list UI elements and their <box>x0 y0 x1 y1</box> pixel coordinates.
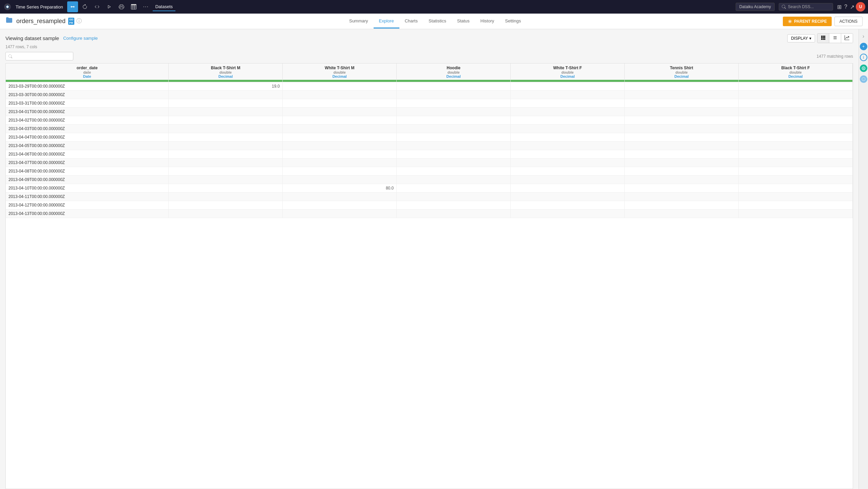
display-bar: DISPLAY ▾ <box>787 33 853 43</box>
tab-settings[interactable]: Settings <box>499 14 526 29</box>
chevron-down-icon: ▾ <box>809 36 811 41</box>
rows-cols-label: 1477 rows, 7 cols <box>5 44 853 49</box>
sidebar-collapse-icon[interactable]: › <box>863 33 864 39</box>
top-icons: ⊞ ? ↗ <box>837 4 854 10</box>
tab-status[interactable]: Status <box>452 14 475 29</box>
top-navbar: Time Series Preparation ··· Datasets Dat… <box>0 0 868 14</box>
right-sidebar: › + i <box>858 29 868 489</box>
tab-summary[interactable]: Summary <box>344 14 374 29</box>
col-tennis-shirt: Tennis Shirt double Decimal <box>625 64 739 82</box>
sidebar-icon-light-blue[interactable] <box>860 75 867 83</box>
table-row: 2013-04-10T00:00:00.000000Z80.0 <box>6 184 853 193</box>
display-button[interactable]: DISPLAY ▾ <box>787 34 815 42</box>
table-row: 2013-04-03T00:00:00.000000Z <box>6 125 853 133</box>
tab-history[interactable]: History <box>475 14 499 29</box>
datasets-button[interactable]: Datasets <box>153 3 175 11</box>
actions-button[interactable]: ACTIONS <box>834 17 863 26</box>
col-black-tshirt-m: Black T-Shirt M double Decimal <box>169 64 283 82</box>
notifications-icon[interactable]: ↗ <box>850 4 854 10</box>
col-order-date: order_date date Date <box>6 64 169 82</box>
tab-charts[interactable]: Charts <box>399 14 423 29</box>
user-avatar[interactable]: U <box>856 2 865 12</box>
print-icon[interactable] <box>116 1 127 12</box>
col-hoodie: Hoodie double Decimal <box>397 64 511 82</box>
data-table: order_date date Date Black T-Shirt M dou… <box>6 64 853 218</box>
matching-rows-label: 1477 matching rows <box>817 54 853 59</box>
table-row: 2013-04-02T00:00:00.000000Z <box>6 116 853 125</box>
table-row: 2013-03-31T00:00:00.000000Z <box>6 99 853 108</box>
table-icon[interactable] <box>128 1 139 12</box>
col-white-tshirt-f: White T-Shirt F double Decimal <box>511 64 625 82</box>
configure-sample-link[interactable]: Configure sample <box>63 36 98 41</box>
table-row: 2013-03-30T00:00:00.000000Z <box>6 91 853 99</box>
table-body: 2013-03-29T00:00:00.000000Z19.02013-03-3… <box>6 82 853 218</box>
dataset-name: orders_resampled <box>16 18 65 25</box>
main-content: Viewing dataset sample Configure sample … <box>0 29 858 489</box>
flow-icon[interactable] <box>67 1 78 12</box>
table-search[interactable] <box>5 52 73 60</box>
search-field[interactable] <box>12 54 70 59</box>
refresh-icon[interactable] <box>79 1 90 12</box>
table-row: 2013-04-13T00:00:00.000000Z <box>6 210 853 218</box>
dataset-navbar: orders_resampled GDPR ⓘ Summary Explore … <box>0 14 868 29</box>
sidebar-icon-info[interactable]: i <box>860 54 867 61</box>
list-view-button[interactable] <box>829 34 841 43</box>
svg-point-1 <box>6 6 8 8</box>
academy-button[interactable]: Dataiku Academy <box>736 3 775 11</box>
sidebar-icon-1[interactable]: + <box>860 43 867 50</box>
run-icon[interactable] <box>104 1 115 12</box>
content-area: Viewing dataset sample Configure sample … <box>0 29 868 489</box>
more-icon[interactable]: ··· <box>140 1 151 12</box>
table-row: 2013-04-08T00:00:00.000000Z <box>6 167 853 176</box>
view-toggle <box>817 33 853 43</box>
col-white-tshirt-m: White T-Shirt M double Decimal <box>283 64 397 82</box>
parent-recipe-button[interactable]: PARENT RECIPE <box>783 17 831 26</box>
viewing-label: Viewing dataset sample <box>5 35 59 41</box>
dataset-badge: GDPR <box>68 18 74 25</box>
help-icon[interactable]: ? <box>844 4 847 10</box>
table-row: 2013-04-12T00:00:00.000000Z <box>6 201 853 210</box>
logo-icon[interactable] <box>3 2 12 12</box>
code-icon[interactable] <box>92 1 102 12</box>
dataset-info-row: Viewing dataset sample Configure sample … <box>5 33 853 43</box>
table-row: 2013-04-07T00:00:00.000000Z <box>6 159 853 167</box>
toolbar-row: 1477 matching rows <box>5 52 853 60</box>
grid-view-button[interactable] <box>817 34 829 43</box>
folder-icon <box>5 17 13 26</box>
search-placeholder: Search DSS... <box>788 4 814 9</box>
col-black-tshirt-f: Black T-Shirt F double Decimal <box>739 64 853 82</box>
table-row: 2013-03-29T00:00:00.000000Z19.0 <box>6 82 853 91</box>
dataset-tabs: Summary Explore Charts Statistics Status… <box>87 14 783 29</box>
table-row: 2013-04-05T00:00:00.000000Z <box>6 142 853 150</box>
tab-explore[interactable]: Explore <box>374 14 399 29</box>
table-header-row: order_date date Date Black T-Shirt M dou… <box>6 64 853 82</box>
table-row: 2013-04-01T00:00:00.000000Z <box>6 108 853 116</box>
sidebar-icon-teal[interactable] <box>860 65 867 72</box>
tab-statistics[interactable]: Statistics <box>423 14 452 29</box>
apps-icon[interactable]: ⊞ <box>837 4 842 10</box>
table-row: 2013-04-06T00:00:00.000000Z <box>6 150 853 159</box>
data-table-container[interactable]: order_date date Date Black T-Shirt M dou… <box>5 63 853 489</box>
chart-view-button[interactable] <box>841 34 853 43</box>
info-icon[interactable]: ⓘ <box>76 18 82 25</box>
action-buttons: PARENT RECIPE ACTIONS <box>783 17 863 26</box>
table-row: 2013-04-09T00:00:00.000000Z <box>6 176 853 184</box>
table-row: 2013-04-04T00:00:00.000000Z <box>6 133 853 142</box>
search-box[interactable]: Search DSS... <box>779 3 833 11</box>
project-title: Time Series Preparation <box>16 4 63 10</box>
table-row: 2013-04-11T00:00:00.000000Z <box>6 193 853 201</box>
